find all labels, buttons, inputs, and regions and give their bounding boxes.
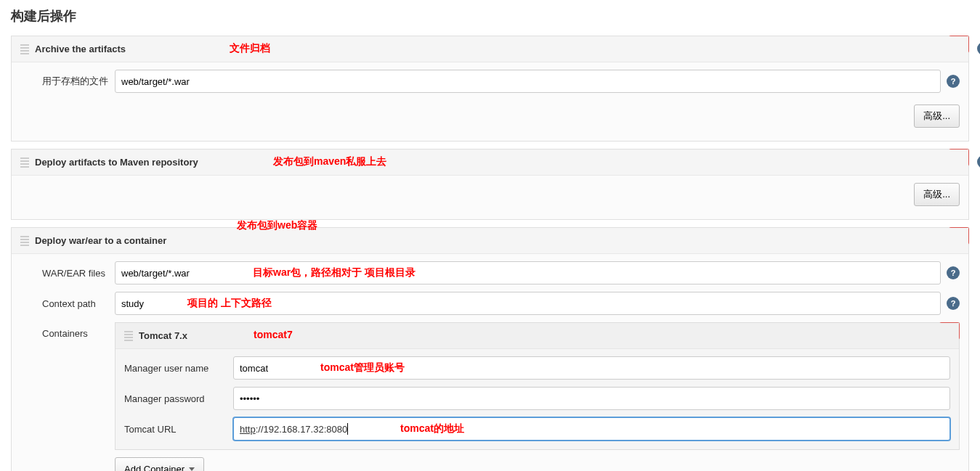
text-cursor-icon [347, 423, 348, 435]
manager-user-input[interactable] [233, 356, 950, 380]
help-icon[interactable]: ? [947, 75, 960, 88]
maven-annotation: 发布包到maven私服上去 [273, 155, 386, 168]
drag-handle-icon[interactable] [20, 236, 29, 246]
tomcat-url-label: Tomcat URL [124, 424, 233, 435]
archive-header: Archive the artifacts 文件归档 [12, 36, 968, 62]
tomcat-container-block: X Tomcat 7.x tomcat7 Manager user name [115, 322, 960, 450]
tomcat-annotation: tomcat7 [254, 329, 293, 340]
archive-title: Archive the artifacts [35, 44, 126, 54]
maven-title: Deploy artifacts to Maven repository [35, 157, 198, 168]
help-icon[interactable]: ? [977, 42, 980, 55]
containers-label: Containers [20, 322, 115, 339]
help-icon[interactable]: ? [977, 155, 980, 168]
maven-header: Deploy artifacts to Maven repository 发布包… [12, 150, 968, 176]
add-container-button[interactable]: Add Container [115, 457, 204, 471]
url-prefix: http [240, 424, 256, 435]
archive-advanced-button[interactable]: 高级... [914, 105, 960, 128]
drag-handle-icon[interactable] [20, 44, 29, 54]
maven-advanced-button[interactable]: 高级... [914, 183, 960, 206]
tomcat-title: Tomcat 7.x [139, 330, 187, 341]
tomcat-header: Tomcat 7.x tomcat7 [116, 323, 959, 349]
context-path-input[interactable] [115, 292, 941, 315]
caret-down-icon [189, 467, 195, 471]
help-icon[interactable]: ? [947, 297, 960, 310]
add-container-label: Add Container [124, 464, 185, 471]
archive-annotation: 文件归档 [230, 42, 270, 55]
context-path-label: Context path [20, 298, 115, 309]
archive-files-input[interactable] [115, 70, 941, 93]
archive-files-label: 用于存档的文件 [20, 75, 115, 88]
url-rest: ://192.168.17.32:8080 [256, 424, 348, 435]
help-icon[interactable]: ? [947, 266, 960, 279]
container-deploy-header: Deploy war/ear to a container 发布包到web容器 [12, 228, 968, 254]
manager-user-label: Manager user name [124, 363, 233, 374]
maven-deploy-block: X ? Deploy artifacts to Maven repository… [11, 149, 969, 220]
manager-pass-input[interactable] [233, 387, 950, 410]
drag-handle-icon[interactable] [20, 157, 29, 168]
manager-pass-label: Manager password [124, 393, 233, 404]
war-files-input[interactable] [115, 261, 941, 284]
archive-artifacts-block: X ? Archive the artifacts 文件归档 用于存档的文件 ?… [11, 36, 969, 142]
tomcat-url-input[interactable]: http://192.168.17.32:8080 [233, 417, 950, 441]
container-deploy-block: X Deploy war/ear to a container 发布包到web容… [11, 227, 969, 471]
section-title: 构建后操作 [11, 7, 969, 25]
container-deploy-annotation: 发布包到web容器 [237, 219, 317, 232]
drag-handle-icon[interactable] [124, 331, 133, 341]
container-deploy-title: Deploy war/ear to a container [35, 235, 166, 246]
war-files-label: WAR/EAR files [20, 268, 115, 279]
